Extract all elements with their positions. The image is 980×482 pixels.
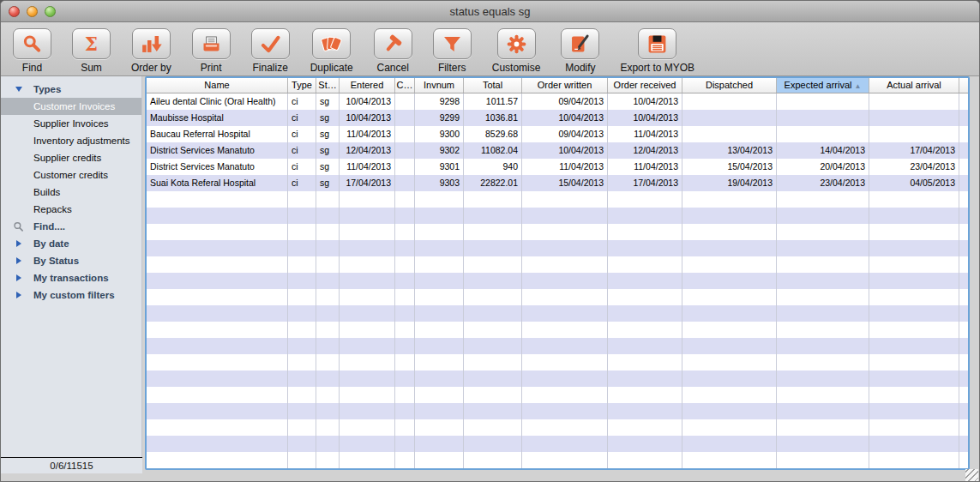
table-cell [147, 224, 288, 240]
close-button[interactable] [9, 6, 20, 17]
table-cell [340, 452, 395, 468]
table-row[interactable]: Maubisse Hospitalcisg10/04/201392991036.… [147, 110, 968, 126]
header-cell-total[interactable]: Total [464, 78, 522, 93]
table-cell: 9299 [415, 110, 464, 126]
header-cell-order-written[interactable]: Order written [522, 78, 608, 93]
table-cell [682, 224, 777, 240]
toolbar-button-modify[interactable]: Modify [561, 28, 599, 74]
sidebar-item-types[interactable]: Types [1, 81, 141, 98]
table-cell [777, 191, 869, 208]
minimize-button[interactable] [27, 6, 38, 17]
sidebar-item-my-custom-filters[interactable]: My custom filters [1, 286, 141, 304]
table-cell: 10/04/2013 [340, 110, 395, 126]
header-cell-type[interactable]: Type [288, 78, 316, 93]
table-cell: 17/04/2013 [340, 175, 395, 191]
sidebar-item-by-date[interactable]: By date [1, 235, 141, 252]
sidebar-item-label: Inventory adjustments [33, 136, 130, 146]
table-cell [415, 338, 464, 354]
header-cell-dispatched[interactable]: Dispatched [682, 78, 777, 93]
header-cell-invnum[interactable]: Invnum [415, 78, 464, 93]
header-label: St… [318, 80, 336, 90]
table-cell [682, 403, 777, 419]
zoom-button[interactable] [45, 6, 56, 17]
sidebar-item-customer-credits[interactable]: Customer credits [1, 166, 141, 184]
header-cell-c[interactable]: C… [395, 78, 415, 93]
header-cell-expected-arrival[interactable]: Expected arrival▲ [777, 78, 869, 93]
table-cell: sg [316, 110, 340, 126]
header-label: Order received [614, 80, 676, 90]
table-cell [395, 305, 415, 322]
table-cell [316, 403, 340, 419]
sidebar-item-find[interactable]: Find.... [1, 218, 141, 235]
table-row[interactable]: District Services Manatutocisg11/04/2013… [147, 159, 968, 175]
header-label: Type [292, 80, 312, 90]
table-cell [395, 338, 415, 354]
sidebar-item-supplier-invoices[interactable]: Supplier Invoices [1, 115, 141, 132]
sidebar-item-customer-invoices[interactable]: Customer Invoices [1, 98, 141, 115]
table-cell [777, 224, 869, 240]
toolbar-button-filters[interactable]: Filters [433, 28, 472, 74]
header-cell-st[interactable]: St… [316, 78, 340, 93]
table-cell [682, 354, 777, 371]
table-cell [288, 387, 316, 403]
header-cell-actual-arrival[interactable]: Actual arrival [869, 78, 959, 93]
header-cell-name[interactable]: Name [147, 78, 288, 93]
sidebar-item-my-transactions[interactable]: My transactions [1, 269, 141, 286]
sidebar-item-supplier-credits[interactable]: Supplier credits [1, 149, 141, 166]
table-row-empty [147, 322, 968, 338]
resize-grip[interactable] [965, 469, 978, 482]
header-cell-order-received[interactable]: Order received [608, 78, 682, 93]
table-row[interactable]: Aileu dental Clinic (Oral Health)cisg10/… [147, 93, 968, 110]
duplicate-icon [320, 33, 343, 56]
table-row[interactable]: Suai Kota Referal Hospitalcisg17/04/2013… [147, 175, 968, 191]
toolbar-button-order-by[interactable]: Order by [131, 28, 171, 74]
table-cell [340, 289, 395, 305]
toolbar-button-find[interactable]: Find [13, 28, 51, 74]
table-row-empty [147, 208, 968, 224]
table-cell: 15/04/2013 [522, 175, 608, 191]
sidebar-item-inventory-adjustments[interactable]: Inventory adjustments [1, 132, 141, 149]
table-row-empty [147, 289, 968, 305]
table-cell [464, 208, 522, 224]
toolbar-button-cancel[interactable]: Cancel [374, 28, 412, 74]
table-cell [464, 256, 522, 273]
table-cell [869, 354, 959, 371]
table-cell [464, 338, 522, 354]
toolbar-button-sum[interactable]: ΣSum [72, 28, 111, 74]
toolbar-button-export-to-myob[interactable]: Export to MYOB [620, 28, 694, 74]
toolbar-button-finalize[interactable]: Finalize [251, 28, 290, 74]
table-cell [464, 452, 522, 468]
table-cell [395, 403, 415, 419]
table-cell [415, 305, 464, 322]
table-cell [464, 436, 522, 452]
table-row[interactable]: District Services Manatutocisg12/04/2013… [147, 142, 968, 159]
table-row[interactable]: Baucau Referral Hospitalcisg11/04/201393… [147, 126, 968, 142]
table-cell: ci [288, 159, 316, 175]
table-cell [869, 371, 959, 387]
app-window: status equals sg FindΣSumOrder byPrintFi… [0, 0, 980, 482]
header-cell-entered[interactable]: Entered [340, 78, 395, 93]
toolbar-button-customise[interactable]: Customise [492, 28, 541, 74]
row-filler [959, 436, 968, 452]
table-cell [869, 191, 959, 208]
table-cell [316, 305, 340, 322]
table-cell [608, 403, 682, 419]
table-cell [869, 224, 959, 240]
table-cell [288, 419, 316, 436]
sidebar-item-by-status[interactable]: By Status [1, 252, 141, 269]
table-cell [869, 273, 959, 289]
toolbar-button-duplicate[interactable]: Duplicate [310, 28, 353, 74]
toolbar-button-print[interactable]: Print [192, 28, 231, 74]
table-cell [395, 289, 415, 305]
titlebar[interactable]: status equals sg [1, 1, 979, 22]
row-filler [959, 191, 968, 208]
table-cell [869, 436, 959, 452]
table-cell [682, 273, 777, 289]
table-cell [316, 371, 340, 387]
sidebar-item-repacks[interactable]: Repacks [1, 201, 141, 218]
sidebar-item-builds[interactable]: Builds [1, 184, 141, 201]
table-cell [777, 436, 869, 452]
table-cell [777, 126, 869, 142]
finalize-icon [259, 33, 282, 56]
table-cell [316, 289, 340, 305]
